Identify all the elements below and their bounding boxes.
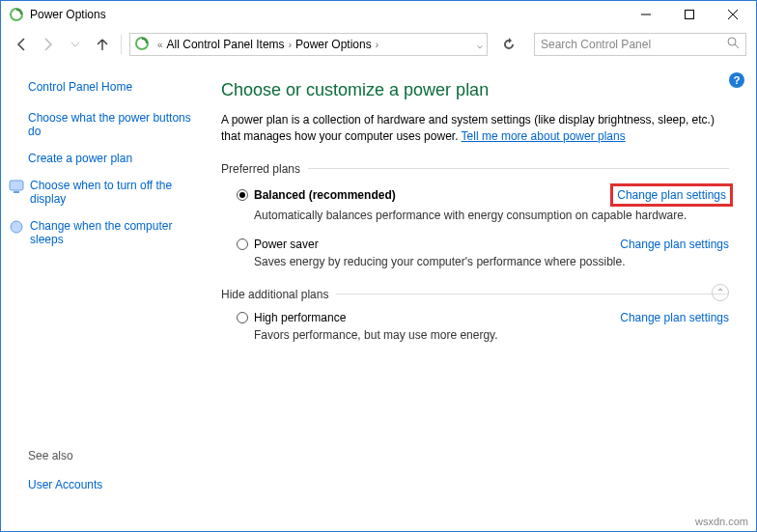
plan-desc-power-saver: Saves energy by reducing your computer's… bbox=[254, 255, 729, 268]
radio-balanced[interactable] bbox=[237, 189, 248, 201]
recent-dropdown-button[interactable] bbox=[65, 34, 86, 55]
minimize-button[interactable] bbox=[624, 1, 667, 28]
plan-name-power-saver[interactable]: Power saver bbox=[254, 238, 319, 251]
control-panel-home-link[interactable]: Control Panel Home bbox=[28, 80, 200, 94]
sidebar-item-power-buttons[interactable]: Choose what the power buttons do bbox=[28, 111, 200, 138]
chevron-right-icon: › bbox=[285, 40, 295, 50]
breadcrumb-root[interactable]: « bbox=[154, 40, 167, 50]
watermark: wsxdn.com bbox=[695, 516, 748, 527]
change-plan-settings-link[interactable]: Change plan settings bbox=[620, 238, 729, 251]
sidebar-item-user-accounts[interactable]: User Accounts bbox=[28, 478, 200, 491]
highlighted-change-plan-settings: Change plan settings bbox=[610, 183, 733, 207]
preferred-plans-header: Preferred plans bbox=[221, 162, 729, 176]
svg-point-12 bbox=[11, 221, 22, 233]
collapse-icon[interactable]: ⌃ bbox=[712, 284, 729, 301]
svg-line-9 bbox=[735, 44, 739, 48]
refresh-button[interactable] bbox=[497, 33, 520, 56]
monitor-icon bbox=[9, 179, 24, 194]
plan-name-balanced[interactable]: Balanced (recommended) bbox=[254, 188, 396, 202]
sidebar-item-computer-sleeps[interactable]: Change when the computer sleeps bbox=[28, 219, 200, 246]
plan-desc-high-performance: Favors performance, but may use more ene… bbox=[254, 328, 729, 342]
page-heading: Choose or customize a power plan bbox=[221, 80, 729, 100]
up-button[interactable] bbox=[92, 34, 113, 55]
breadcrumb-item[interactable]: Power Options bbox=[295, 38, 372, 51]
see-also-label: See also bbox=[28, 449, 200, 462]
svg-rect-11 bbox=[14, 191, 19, 193]
plan-desc-balanced: Automatically balances performance with … bbox=[254, 209, 729, 222]
maximize-button[interactable] bbox=[667, 1, 711, 28]
search-box[interactable] bbox=[534, 33, 746, 56]
moon-icon bbox=[9, 219, 24, 235]
window-title: Power Options bbox=[30, 8, 624, 21]
plan-name-high-performance[interactable]: High performance bbox=[254, 311, 346, 324]
breadcrumb-dropdown-icon[interactable]: ⌵ bbox=[477, 40, 483, 50]
svg-rect-10 bbox=[10, 181, 23, 190]
radio-high-performance[interactable] bbox=[237, 312, 248, 323]
change-plan-settings-link[interactable]: Change plan settings bbox=[620, 311, 729, 324]
change-plan-settings-link[interactable]: Change plan settings bbox=[617, 188, 726, 202]
breadcrumb-bar[interactable]: « All Control Panel Items › Power Option… bbox=[129, 33, 488, 56]
sidebar-item-create-plan[interactable]: Create a power plan bbox=[28, 152, 200, 165]
sidebar-item-turn-off-display[interactable]: Choose when to turn off the display bbox=[28, 179, 200, 206]
power-options-icon bbox=[9, 7, 24, 22]
search-icon[interactable] bbox=[727, 37, 740, 52]
svg-point-8 bbox=[728, 38, 736, 45]
close-button[interactable] bbox=[711, 1, 754, 28]
separator bbox=[121, 35, 122, 54]
tell-me-more-link[interactable]: Tell me more about power plans bbox=[462, 129, 626, 143]
chevron-right-icon: › bbox=[372, 40, 382, 50]
power-options-icon bbox=[134, 36, 150, 54]
page-description: A power plan is a collection of hardware… bbox=[221, 112, 729, 145]
search-input[interactable] bbox=[541, 38, 727, 51]
radio-power-saver[interactable] bbox=[237, 238, 248, 250]
back-button[interactable] bbox=[11, 34, 32, 55]
help-button[interactable]: ? bbox=[729, 72, 744, 88]
forward-button[interactable] bbox=[38, 34, 59, 55]
hide-additional-plans-header[interactable]: Hide additional plans ⌃ bbox=[221, 288, 729, 301]
svg-rect-3 bbox=[685, 11, 693, 19]
breadcrumb-item[interactable]: All Control Panel Items bbox=[167, 38, 285, 51]
